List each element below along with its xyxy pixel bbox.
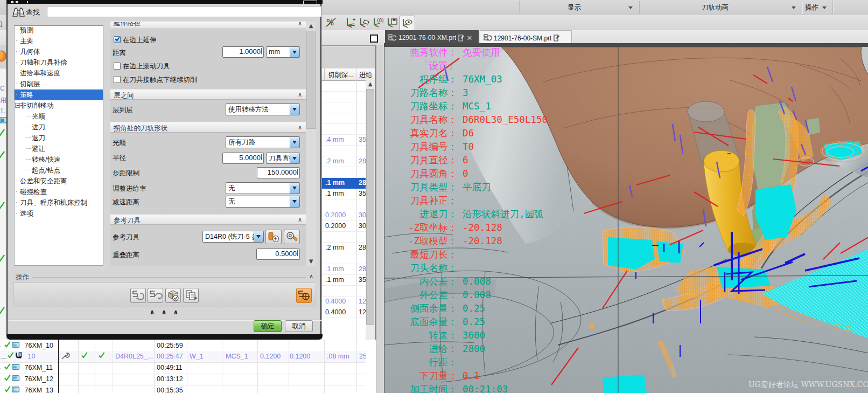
dialog-panel-scrollbar[interactable]: ▲ ▼	[306, 22, 316, 266]
tree-item[interactable]: 转移/快速	[15, 154, 103, 165]
wcs-save-icon[interactable]	[386, 17, 398, 29]
tree-item[interactable]: 起点/钻点	[15, 165, 103, 176]
ok-button[interactable]: 确定	[254, 320, 282, 332]
combo-dropdown-icon[interactable]	[290, 47, 299, 57]
dialog-title-bar[interactable]	[6, 0, 323, 4]
navigator-row[interactable]	[322, 113, 366, 124]
navigator-row[interactable]: 0.4000 12	[322, 307, 366, 318]
combo-dropdown-icon[interactable]	[290, 104, 299, 115]
navigator-scrollbar[interactable]: ▲	[366, 80, 375, 340]
tree-item[interactable]: 选项	[15, 208, 103, 219]
navigator-row[interactable]: .4 mm 35	[322, 135, 366, 146]
collapse-chevron-icon[interactable]: ∧	[296, 124, 304, 131]
toolpath-visualize-button[interactable]	[296, 288, 312, 303]
collapse-chevron-icon[interactable]: ∧	[296, 216, 304, 223]
verify-toolpath-button[interactable]	[165, 288, 181, 303]
list-toolpath-button[interactable]	[183, 288, 199, 303]
navigator-row[interactable]	[322, 146, 366, 156]
distance-input[interactable]: 1.0000	[222, 46, 264, 58]
radius-input[interactable]: 5.0000	[222, 153, 264, 164]
slowdown-combo[interactable]: 无	[226, 196, 300, 208]
section-reference-tool[interactable]: 参考刀具 ∧	[110, 215, 306, 225]
combo-dropdown-icon[interactable]	[254, 231, 263, 242]
navigator-row[interactable]: .1 mm 28	[322, 178, 366, 189]
column-header-feed[interactable]: 进给	[359, 71, 375, 80]
distance-unit-combo[interactable]: mm	[266, 46, 300, 58]
section-between-layers[interactable]: 层之间 ∧	[110, 89, 306, 100]
layer-to-layer-combo[interactable]: 使用转移方法	[226, 104, 300, 115]
tree-item[interactable]: 策略	[15, 89, 103, 100]
navigator-row[interactable]: .2 mm 28	[322, 243, 366, 253]
generate-toolpath-button[interactable]	[130, 288, 146, 303]
cancel-button[interactable]: 取消	[285, 320, 313, 332]
operation-row[interactable]: · 76XM_13 00:15:35	[0, 385, 366, 393]
tab-close-icon[interactable]: ✕	[466, 34, 472, 42]
operation-row[interactable]: · 76XM_10 00:25:59	[0, 340, 366, 352]
find-input[interactable]	[47, 6, 321, 17]
tree-item[interactable]: 非切削移动	[15, 100, 103, 111]
combo-dropdown-icon[interactable]	[290, 183, 299, 194]
ribbon-group-display[interactable]: 显示	[568, 3, 581, 12]
show-percentage-icon[interactable]: %	[325, 17, 337, 29]
navigator-row[interactable]	[322, 199, 366, 210]
overlap-distance-input[interactable]: 0.5000	[256, 249, 300, 260]
tree-item[interactable]: 刀轴和刀具补偿	[15, 57, 103, 68]
checkbox-roll-tool[interactable]	[114, 63, 121, 70]
navigator-row[interactable]: 0.2000 30	[322, 210, 366, 221]
collapse-chevron-icon[interactable]: ∧	[296, 91, 304, 98]
step-limit-input[interactable]: 150.0000	[257, 167, 300, 178]
operation-row[interactable]: · 76XM_11 00:49:11	[0, 362, 366, 374]
wcs-display-button-active[interactable]	[400, 16, 415, 31]
radius-unit-combo[interactable]: 刀具直径	[266, 153, 300, 164]
tree-item[interactable]: 进给率和速度	[15, 68, 103, 79]
section-corner-shape[interactable]: 拐角处的刀轨形状 ∧	[110, 122, 306, 133]
tree-item[interactable]: 退刀	[15, 133, 103, 143]
tree-item[interactable]: 光顺	[15, 111, 103, 122]
combo-dropdown-icon[interactable]	[290, 196, 299, 207]
navigator-row[interactable]: .1 mm 28	[322, 264, 366, 275]
combo-dropdown-icon[interactable]	[290, 153, 299, 163]
collapse-chevron-icon[interactable]: ∧	[296, 22, 304, 27]
checkbox-continue-cutting[interactable]	[114, 76, 121, 83]
smoothing-combo[interactable]: 所有刀路	[226, 136, 300, 148]
wcs-dynamics-icon[interactable]	[345, 17, 357, 29]
combo-dropdown-icon[interactable]	[290, 137, 299, 148]
ribbon-group-toolpath-animation[interactable]: 刀轨动画	[702, 3, 729, 12]
wcs-origin-icon[interactable]	[359, 17, 370, 29]
dock-square-icon[interactable]	[370, 35, 378, 43]
navigator-row[interactable]: .1 mm 35	[322, 189, 366, 199]
operation-row[interactable]: · 76XM_12 00:13:12	[0, 374, 366, 385]
wcs-set-zero-icon[interactable]: (0)	[372, 17, 384, 29]
new-tool-button[interactable]	[265, 230, 282, 244]
chevron-down-icon[interactable]	[628, 6, 633, 9]
navigator-row[interactable]	[322, 102, 366, 113]
navigator-row[interactable]	[322, 167, 366, 178]
navigator-row[interactable]	[322, 232, 366, 243]
operation-row[interactable]: 10 D4R0L25_... 00:25:47 W_1 MCS_1 0.1200…	[0, 351, 366, 363]
tree-item[interactable]: 主要	[15, 36, 103, 46]
feedrate-adjust-combo[interactable]: 无	[226, 182, 300, 194]
navigator-row[interactable]	[322, 253, 366, 264]
tree-item[interactable]: 避让	[15, 143, 103, 154]
checkbox-extend-at-edges[interactable]	[114, 36, 121, 43]
replay-toolpath-button[interactable]	[148, 288, 163, 303]
navigator-row[interactable]: .1 mm 35	[322, 275, 366, 286]
tree-item[interactable]: 切削层	[15, 79, 103, 89]
navigator-row[interactable]	[322, 92, 366, 102]
navigator-row[interactable]	[322, 124, 366, 135]
panel-resizer[interactable]	[376, 45, 384, 393]
tree-item[interactable]: 几何体	[15, 46, 103, 57]
tree-item[interactable]: 刀具、程序和机床控制	[15, 197, 103, 208]
navigator-row[interactable]: 0.4000 12	[322, 297, 366, 307]
tree-item[interactable]: 进刀	[15, 122, 103, 133]
graphics-viewport[interactable]: 燕秀软件： 免费使用 「设置」 程序组： 76XM_03 刀路名称： 3	[384, 47, 868, 393]
reference-tool-combo[interactable]: D14R0 (铣刀-5 参	[202, 231, 264, 243]
section-extend-path[interactable]: 延伸路径 ∧	[110, 22, 306, 29]
tree-item[interactable]: 公差和安全距离	[15, 176, 103, 187]
collapse-chevron-icon[interactable]: ∧	[307, 273, 315, 280]
navigator-row[interactable]: .2 mm 28	[322, 156, 366, 167]
chevron-down-icon[interactable]	[822, 6, 827, 9]
tree-item[interactable]: 预测	[15, 25, 103, 36]
chevron-down-icon[interactable]	[792, 6, 796, 9]
edit-tool-button[interactable]	[284, 230, 300, 244]
